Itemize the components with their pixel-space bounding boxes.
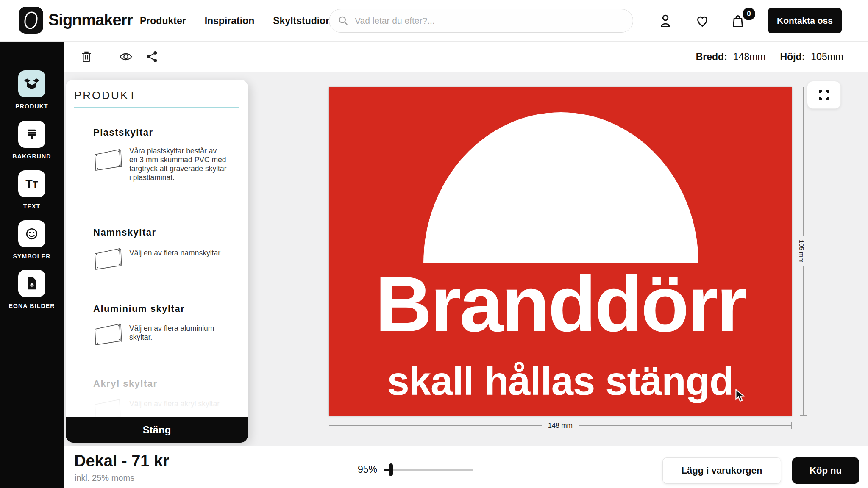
search-bar[interactable] — [329, 9, 633, 33]
product-panel: PRODUKT Plastskyltar Våra plastskyltar b… — [66, 80, 248, 443]
sign-plate-icon[interactable] — [93, 247, 123, 272]
footer-bar: Dekal - 71 kr inkl. 25% moms 95% Lägg i … — [64, 446, 868, 488]
sidebar-label-bakgrund: BAKGRUND — [0, 153, 64, 160]
product-option-aluminium[interactable]: Aluminium skyltar — [93, 303, 185, 314]
product-option-plastskyltar[interactable]: Plastskyltar — [93, 127, 153, 138]
sidebar-item-symboler[interactable] — [18, 220, 45, 247]
brand-name[interactable]: Signmakerr — [48, 11, 133, 29]
close-panel-button[interactable]: Stäng — [66, 417, 248, 443]
product-option-akryl[interactable]: Akryl skyltar — [93, 378, 158, 389]
product-option-namnskyltar[interactable]: Namnskyltar — [93, 227, 156, 238]
fullscreen-button[interactable] — [807, 81, 841, 109]
text-icon: Tт — [25, 177, 38, 191]
panel-title: PRODUKT — [74, 89, 137, 102]
width-dimension-label: 148 mm — [542, 421, 579, 430]
add-to-cart-button[interactable]: Lägg i varukorgen — [662, 458, 781, 484]
height-dimension-line: 105 mm — [799, 87, 807, 416]
nav-link-inspiration[interactable]: Inspiration — [205, 15, 255, 27]
sidebar-label-text: TEXT — [0, 203, 64, 210]
tool-rail: PRODUKT BAKGRUND Tт TEXT SYMBOLER — [0, 42, 64, 488]
brand-logo[interactable] — [19, 7, 43, 34]
width-dimension-line: 148 mm — [329, 421, 792, 430]
trash-icon[interactable] — [80, 50, 93, 64]
zoom-slider-track[interactable] — [384, 469, 473, 471]
product-option-desc: Välj en av flera akryl skyltar — [129, 399, 227, 408]
eye-icon[interactable] — [119, 50, 133, 64]
cart-count-badge: 0 — [743, 8, 755, 20]
fullscreen-icon — [818, 89, 830, 101]
sidebar-item-bakgrund[interactable] — [18, 121, 45, 148]
mouse-cursor — [735, 389, 748, 405]
toolbar-divider — [106, 48, 106, 65]
sidebar-label-egna-bilder: EGNA BILDER — [0, 302, 64, 309]
upload-file-icon — [23, 275, 40, 292]
zoom-slider[interactable] — [384, 463, 473, 477]
zoom-percentage: 95% — [358, 464, 377, 475]
height-value: 105mm — [811, 51, 843, 63]
share-icon[interactable] — [145, 50, 159, 64]
nav-link-skyltstudion[interactable]: Skyltstudion — [273, 15, 331, 27]
sign-plate-icon[interactable] — [93, 147, 123, 173]
panel-title-rule — [74, 107, 239, 108]
width-value: 148mm — [733, 51, 766, 63]
height-label: Höjd: — [780, 51, 805, 63]
sidebar-label-symboler: SYMBOLER — [0, 253, 64, 260]
logo-blob-icon — [22, 11, 39, 30]
sidebar-label-produkt: PRODUKT — [0, 103, 64, 110]
buy-now-button[interactable]: Köp nu — [792, 458, 859, 484]
signmaker-app: Signmakerr Produkter Inspiration Skyltst… — [0, 0, 868, 488]
sidebar-item-egna-bilder[interactable] — [18, 270, 45, 297]
heart-icon[interactable] — [694, 13, 710, 29]
sign-plate-icon[interactable] — [93, 322, 123, 347]
nav-links: Produkter Inspiration Skyltstudion — [140, 0, 331, 42]
search-input[interactable] — [355, 16, 618, 26]
sign-artboard[interactable]: Branddörr skall hållas stängd — [329, 87, 792, 416]
smiley-icon — [23, 225, 41, 243]
user-icon[interactable] — [657, 13, 673, 29]
vat-note: inkl. 25% moms — [75, 473, 134, 483]
canvas-toolbar: Bredd: 148mm Höjd: 105mm — [64, 42, 868, 72]
contact-button[interactable]: Kontakta oss — [768, 8, 842, 33]
top-nav: Signmakerr Produkter Inspiration Skyltst… — [0, 0, 868, 42]
product-price: Dekal - 71 kr — [74, 452, 169, 470]
open-box-icon — [22, 75, 41, 93]
search-icon — [338, 15, 349, 26]
product-option-desc: Välj en av flera namnskyltar — [129, 249, 227, 258]
width-label: Bredd: — [696, 51, 727, 63]
product-option-desc: Våra plastskyltar består av en 3 mm skum… — [129, 147, 227, 182]
sign-dimensions: Bredd: 148mm Höjd: 105mm — [696, 42, 852, 72]
sidebar-item-produkt[interactable] — [18, 70, 45, 97]
height-dimension-label: 105 mm — [798, 236, 805, 266]
zoom-slider-thumb[interactable] — [389, 463, 393, 476]
sign-text-line2[interactable]: skall hållas stängd — [329, 361, 792, 401]
sidebar-item-text[interactable]: Tт — [18, 170, 45, 197]
product-option-desc: Välj en av flera aluminium skyltar. — [129, 324, 227, 342]
sign-arch-shape[interactable] — [423, 112, 698, 263]
paintbrush-icon — [23, 125, 41, 143]
nav-link-produkter[interactable]: Produkter — [140, 15, 186, 27]
sign-text-line1[interactable]: Branddörr — [329, 265, 792, 344]
